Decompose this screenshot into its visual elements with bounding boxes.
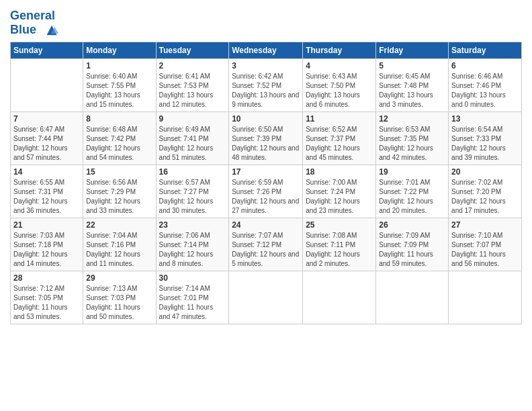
day-info: Sunrise: 7:12 AMSunset: 7:05 PMDaylight:… [13, 284, 80, 322]
calendar-cell: 21Sunrise: 7:03 AMSunset: 7:18 PMDayligh… [11, 218, 83, 271]
header: General Blue [10, 7, 522, 38]
column-header-friday: Friday [376, 42, 449, 58]
day-number: 11 [306, 114, 373, 124]
calendar-cell: 1Sunrise: 6:40 AMSunset: 7:55 PMDaylight… [83, 58, 156, 111]
day-number: 3 [232, 61, 300, 71]
calendar-cell: 24Sunrise: 7:07 AMSunset: 7:12 PMDayligh… [229, 218, 303, 271]
logo-text: General [10, 9, 62, 23]
day-info: Sunrise: 6:50 AMSunset: 7:39 PMDaylight:… [232, 125, 300, 163]
calendar-week-row: 7Sunrise: 6:47 AMSunset: 7:44 PMDaylight… [11, 111, 522, 165]
calendar-cell: 13Sunrise: 6:54 AMSunset: 7:33 PMDayligh… [449, 111, 522, 165]
day-number: 12 [379, 114, 445, 124]
day-number: 22 [86, 220, 152, 230]
day-info: Sunrise: 6:52 AMSunset: 7:37 PMDaylight:… [306, 125, 373, 163]
day-number: 20 [451, 167, 519, 177]
calendar-cell: 2Sunrise: 6:41 AMSunset: 7:53 PMDaylight… [156, 58, 229, 111]
day-info: Sunrise: 6:55 AMSunset: 7:31 PMDaylight:… [13, 178, 80, 216]
day-number: 15 [86, 167, 152, 177]
calendar-cell: 5Sunrise: 6:45 AMSunset: 7:48 PMDaylight… [376, 58, 449, 111]
calendar-cell: 16Sunrise: 6:57 AMSunset: 7:27 PMDayligh… [156, 165, 229, 218]
column-header-saturday: Saturday [449, 42, 522, 58]
column-header-monday: Monday [83, 42, 156, 58]
day-info: Sunrise: 7:02 AMSunset: 7:20 PMDaylight:… [451, 178, 519, 216]
calendar-cell: 4Sunrise: 6:43 AMSunset: 7:50 PMDaylight… [303, 58, 376, 111]
day-number: 6 [451, 61, 519, 71]
day-number: 27 [451, 220, 519, 230]
calendar-week-row: 28Sunrise: 7:12 AMSunset: 7:05 PMDayligh… [11, 271, 522, 324]
calendar-cell: 25Sunrise: 7:08 AMSunset: 7:11 PMDayligh… [303, 218, 376, 271]
column-header-thursday: Thursday [303, 42, 376, 58]
day-number: 18 [306, 167, 373, 177]
calendar-cell [449, 271, 522, 324]
day-info: Sunrise: 6:46 AMSunset: 7:46 PMDaylight:… [451, 72, 519, 109]
day-info: Sunrise: 6:41 AMSunset: 7:53 PMDaylight:… [159, 72, 226, 109]
day-info: Sunrise: 7:09 AMSunset: 7:09 PMDaylight:… [379, 231, 445, 269]
calendar-cell: 3Sunrise: 6:42 AMSunset: 7:52 PMDaylight… [229, 58, 303, 111]
calendar-cell: 22Sunrise: 7:04 AMSunset: 7:16 PMDayligh… [83, 218, 156, 271]
day-info: Sunrise: 7:01 AMSunset: 7:22 PMDaylight:… [379, 178, 445, 216]
calendar-cell: 9Sunrise: 6:49 AMSunset: 7:41 PMDaylight… [156, 111, 229, 165]
day-info: Sunrise: 7:14 AMSunset: 7:01 PMDaylight:… [159, 284, 226, 322]
logo: General Blue [10, 9, 62, 38]
day-info: Sunrise: 7:08 AMSunset: 7:11 PMDaylight:… [306, 231, 373, 269]
calendar-table: SundayMondayTuesdayWednesdayThursdayFrid… [10, 42, 522, 324]
calendar-cell: 7Sunrise: 6:47 AMSunset: 7:44 PMDaylight… [11, 111, 83, 165]
day-info: Sunrise: 7:10 AMSunset: 7:07 PMDaylight:… [451, 231, 519, 269]
column-header-sunday: Sunday [11, 42, 83, 58]
calendar-cell [376, 271, 449, 324]
day-info: Sunrise: 6:45 AMSunset: 7:48 PMDaylight:… [379, 72, 445, 109]
calendar-cell: 20Sunrise: 7:02 AMSunset: 7:20 PMDayligh… [449, 165, 522, 218]
calendar-cell [303, 271, 376, 324]
calendar-week-row: 1Sunrise: 6:40 AMSunset: 7:55 PMDaylight… [11, 58, 522, 111]
day-info: Sunrise: 6:42 AMSunset: 7:52 PMDaylight:… [232, 72, 300, 109]
day-number: 29 [86, 273, 152, 283]
calendar-cell: 6Sunrise: 6:46 AMSunset: 7:46 PMDaylight… [449, 58, 522, 111]
column-header-wednesday: Wednesday [229, 42, 303, 58]
day-info: Sunrise: 6:48 AMSunset: 7:42 PMDaylight:… [86, 125, 152, 163]
day-info: Sunrise: 6:49 AMSunset: 7:41 PMDaylight:… [159, 125, 226, 163]
day-info: Sunrise: 7:04 AMSunset: 7:16 PMDaylight:… [86, 231, 152, 269]
page-container: General Blue SundayMondayTuesdayWednesda… [0, 0, 532, 331]
calendar-cell: 12Sunrise: 6:53 AMSunset: 7:35 PMDayligh… [376, 111, 449, 165]
day-number: 14 [13, 167, 80, 177]
day-number: 7 [13, 114, 80, 124]
day-info: Sunrise: 6:56 AMSunset: 7:29 PMDaylight:… [86, 178, 152, 216]
day-number: 26 [379, 220, 445, 230]
day-number: 28 [13, 273, 80, 283]
day-number: 4 [306, 61, 373, 71]
logo-text2: Blue [10, 23, 62, 38]
calendar-cell [229, 271, 303, 324]
day-info: Sunrise: 7:06 AMSunset: 7:14 PMDaylight:… [159, 231, 226, 269]
day-number: 21 [13, 220, 80, 230]
calendar-cell: 26Sunrise: 7:09 AMSunset: 7:09 PMDayligh… [376, 218, 449, 271]
calendar-cell: 19Sunrise: 7:01 AMSunset: 7:22 PMDayligh… [376, 165, 449, 218]
day-info: Sunrise: 6:59 AMSunset: 7:26 PMDaylight:… [232, 178, 300, 216]
calendar-cell: 29Sunrise: 7:13 AMSunset: 7:03 PMDayligh… [83, 271, 156, 324]
day-number: 1 [86, 61, 152, 71]
day-info: Sunrise: 7:07 AMSunset: 7:12 PMDaylight:… [232, 231, 300, 269]
day-number: 2 [159, 61, 226, 71]
day-info: Sunrise: 6:54 AMSunset: 7:33 PMDaylight:… [451, 125, 519, 163]
calendar-header-row: SundayMondayTuesdayWednesdayThursdayFrid… [11, 42, 522, 58]
calendar-cell: 28Sunrise: 7:12 AMSunset: 7:05 PMDayligh… [11, 271, 83, 324]
day-number: 8 [86, 114, 152, 124]
day-number: 23 [159, 220, 226, 230]
calendar-cell: 23Sunrise: 7:06 AMSunset: 7:14 PMDayligh… [156, 218, 229, 271]
calendar-cell: 10Sunrise: 6:50 AMSunset: 7:39 PMDayligh… [229, 111, 303, 165]
calendar-cell: 30Sunrise: 7:14 AMSunset: 7:01 PMDayligh… [156, 271, 229, 324]
calendar-cell: 8Sunrise: 6:48 AMSunset: 7:42 PMDaylight… [83, 111, 156, 165]
calendar-cell: 11Sunrise: 6:52 AMSunset: 7:37 PMDayligh… [303, 111, 376, 165]
day-number: 9 [159, 114, 226, 124]
day-info: Sunrise: 6:40 AMSunset: 7:55 PMDaylight:… [86, 72, 152, 109]
calendar-cell: 17Sunrise: 6:59 AMSunset: 7:26 PMDayligh… [229, 165, 303, 218]
day-info: Sunrise: 7:03 AMSunset: 7:18 PMDaylight:… [13, 231, 80, 269]
calendar-week-row: 21Sunrise: 7:03 AMSunset: 7:18 PMDayligh… [11, 218, 522, 271]
calendar-cell: 15Sunrise: 6:56 AMSunset: 7:29 PMDayligh… [83, 165, 156, 218]
day-info: Sunrise: 6:47 AMSunset: 7:44 PMDaylight:… [13, 125, 80, 163]
day-info: Sunrise: 6:53 AMSunset: 7:35 PMDaylight:… [379, 125, 445, 163]
day-info: Sunrise: 6:57 AMSunset: 7:27 PMDaylight:… [159, 178, 226, 216]
day-number: 16 [159, 167, 226, 177]
calendar-week-row: 14Sunrise: 6:55 AMSunset: 7:31 PMDayligh… [11, 165, 522, 218]
day-number: 25 [306, 220, 373, 230]
day-number: 30 [159, 273, 226, 283]
